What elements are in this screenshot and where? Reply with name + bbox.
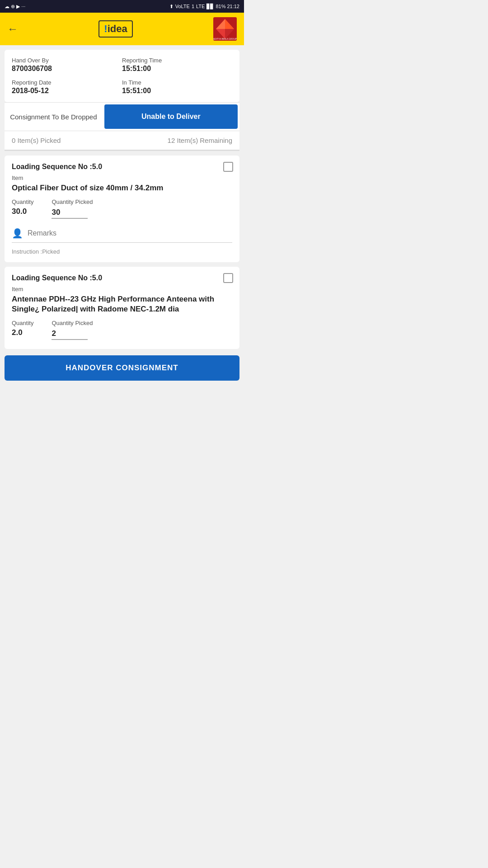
quantity-picked-label-2: Quantity Picked: [52, 320, 93, 326]
reporting-date-cell: Reporting Date 2018-05-12: [12, 79, 122, 95]
qty-row-2: Quantity 2.0 Quantity Picked: [12, 320, 232, 340]
info-card: Hand Over By 8700306708 Reporting Time 1…: [5, 50, 239, 102]
handover-by-label: Hand Over By: [12, 57, 122, 64]
quantity-value-1: 30.0: [12, 207, 33, 216]
reporting-time-cell: Reporting Time 15:51:00: [122, 57, 232, 73]
svg-text:ADITYA BIRLA GROUP: ADITYA BIRLA GROUP: [213, 38, 237, 40]
item-label-1: Item: [12, 175, 232, 181]
aditya-birla-logo: ADITYA BIRLA GROUP: [213, 17, 237, 41]
handover-by-cell: Hand Over By 8700306708: [12, 57, 122, 73]
quantity-picked-label-1: Quantity Picked: [52, 198, 93, 205]
in-time-cell: In Time 15:51:00: [122, 79, 232, 95]
quantity-label-1: Quantity: [12, 198, 33, 205]
reporting-time-label: Reporting Time: [122, 57, 232, 64]
items-picked-count: 0 Item(s) Picked: [12, 137, 61, 144]
notification-icons: ☁ ⊕ ▶ ···: [5, 4, 25, 9]
item-name-2: Antennae PDH--23 GHz High Performance An…: [12, 294, 232, 314]
lte-icon: LTE: [196, 4, 205, 9]
quantity-picked-input-2[interactable]: [52, 328, 88, 340]
idea-exclamation: !: [104, 23, 107, 35]
qty-row-1: Quantity 30.0 Quantity Picked: [12, 198, 232, 219]
status-bar: ☁ ⊕ ▶ ··· ⬆ VoLTE 1 LTE ▊▊ 81% 21:12: [0, 0, 244, 13]
handover-btn-container: HANDOVER CONSIGNMENT: [0, 349, 244, 390]
loading-seq-1: Loading Sequence No :5.0: [12, 163, 232, 171]
handover-by-value: 8700306708: [12, 65, 122, 73]
status-bar-left: ☁ ⊕ ▶ ···: [5, 4, 25, 9]
instruction-text-1: Instruction :Picked: [12, 248, 232, 255]
battery-text: 81% 21:12: [216, 4, 239, 9]
item-card-1: Loading Sequence No :5.0 Item Optical Fi…: [5, 156, 239, 262]
quantity-col-2: Quantity 2.0: [12, 320, 33, 340]
handover-consignment-button[interactable]: HANDOVER CONSIGNMENT: [5, 355, 239, 381]
app-header: ← !idea ADITYA BIRLA GROUP: [0, 13, 244, 45]
item-label-2: Item: [12, 286, 232, 292]
loading-seq-2: Loading Sequence No :5.0: [12, 274, 232, 282]
divider: [5, 150, 239, 151]
item-checkbox-1[interactable]: [223, 162, 233, 172]
quantity-label-2: Quantity: [12, 320, 33, 326]
tab-unable-to-deliver[interactable]: Unable to Deliver: [104, 104, 238, 129]
in-time-label: In Time: [122, 79, 232, 86]
item-checkbox-2[interactable]: [223, 273, 233, 283]
quantity-value-2: 2.0: [12, 328, 33, 337]
items-summary: 0 Item(s) Picked 12 Item(s) Remaining: [5, 131, 239, 150]
reporting-time-value: 15:51:00: [122, 65, 232, 73]
quantity-picked-input-1[interactable]: [52, 207, 88, 219]
remarks-input-1[interactable]: [28, 229, 232, 237]
in-time-value: 15:51:00: [122, 87, 232, 95]
tab-consignment[interactable]: Consignment To Be Dropped: [5, 105, 103, 129]
bluetooth-icon: ⬆: [169, 4, 174, 9]
idea-logo: !idea: [99, 20, 132, 38]
signal-text: VoLTE: [175, 4, 190, 9]
items-remaining-count: 12 Item(s) Remaining: [168, 137, 232, 144]
back-button[interactable]: ←: [7, 23, 18, 35]
idea-text: idea: [108, 23, 127, 35]
item-card-2: Loading Sequence No :5.0 Item Antennae P…: [5, 267, 239, 349]
quantity-col-1: Quantity 30.0: [12, 198, 33, 219]
reporting-date-value: 2018-05-12: [12, 87, 122, 95]
reporting-date-label: Reporting Date: [12, 79, 122, 86]
wifi-icon: ▊▊: [206, 4, 214, 9]
item-name-1: Optical Fiber Duct of size 40mm / 34.2mm: [12, 183, 232, 193]
person-icon-1: 👤: [12, 228, 23, 239]
info-grid: Hand Over By 8700306708 Reporting Time 1…: [12, 57, 232, 95]
tab-bar: Consignment To Be Dropped Unable to Deli…: [5, 102, 239, 131]
remarks-row-1: 👤: [12, 228, 232, 243]
status-bar-right: ⬆ VoLTE 1 LTE ▊▊ 81% 21:12: [169, 4, 239, 9]
sim-icon: 1: [192, 4, 194, 9]
quantity-picked-col-2: Quantity Picked: [52, 320, 93, 340]
quantity-picked-col-1: Quantity Picked: [52, 198, 93, 219]
